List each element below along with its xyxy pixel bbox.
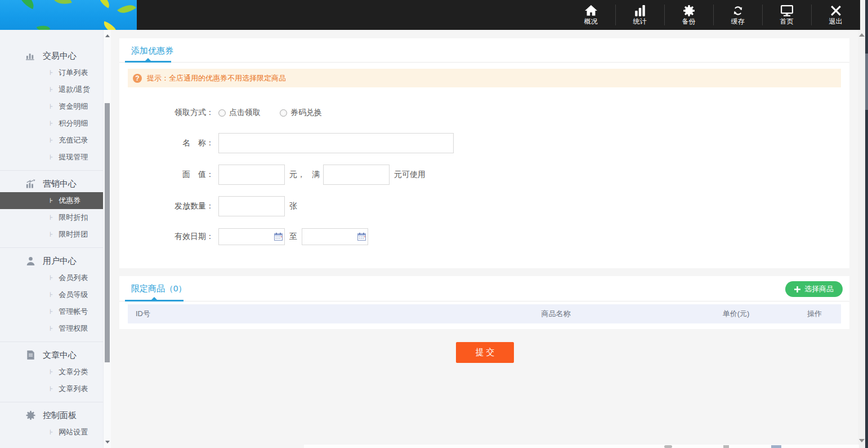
item-label: 订单列表: [59, 68, 88, 78]
topnav-homepage[interactable]: 首页: [762, 0, 811, 30]
tab-row: 限定商品（0） 选择商品: [119, 276, 849, 301]
topnav-overview[interactable]: 概况: [566, 0, 615, 30]
item-label: 会员列表: [59, 273, 88, 283]
sidebar-item-member-list[interactable]: ⊦会员列表: [0, 269, 103, 286]
tree-prefix: ⊦: [50, 428, 53, 436]
window-edge-scrollbar[interactable]: [865, 0, 868, 448]
sidebar-item-member-levels[interactable]: ⊦会员等级: [0, 286, 103, 303]
topnav-label: 首页: [780, 18, 794, 25]
leaf-decoration: [37, 23, 51, 30]
hint-banner: ? 提示：全店通用的优惠券不用选择限定商品: [128, 69, 841, 87]
sidebar-item-coupons[interactable]: ⊦优惠券: [0, 192, 103, 209]
hint-text: 提示：全店通用的优惠券不用选择限定商品: [147, 73, 286, 83]
start-date-picker[interactable]: [218, 228, 285, 245]
item-label: 积分明细: [59, 118, 88, 128]
form-row-name: 名 称：: [119, 133, 454, 153]
sidebar-item-marketing-center[interactable]: 营销中心: [0, 175, 103, 192]
select-products-button[interactable]: 选择商品: [785, 281, 843, 297]
tree-prefix: ⊦: [50, 308, 53, 316]
item-label: 文章列表: [59, 384, 88, 394]
document-icon: [26, 351, 35, 360]
end-date-picker[interactable]: [302, 228, 368, 245]
sidebar-item-article-center[interactable]: 文章中心: [0, 347, 103, 363]
tree-prefix: ⊦: [50, 291, 53, 299]
topnav-cache[interactable]: 缓存: [713, 0, 762, 30]
topnav-stats[interactable]: 统计: [615, 0, 664, 30]
sidebar-item-article-list[interactable]: ⊦文章列表: [0, 380, 103, 397]
monitor-icon: [781, 5, 793, 16]
logo-banner: [0, 0, 137, 30]
sidebar-item-withdrawal[interactable]: ⊦提现管理: [0, 149, 103, 166]
start-date-input[interactable]: [219, 229, 273, 245]
scroll-down-arrow[interactable]: [105, 441, 110, 443]
edge-scrollbar-thumb[interactable]: [865, 54, 868, 110]
tree-prefix: ⊦: [50, 274, 53, 282]
sidebar-item-trade-center[interactable]: 交易中心: [0, 47, 103, 64]
calendar-icon[interactable]: [357, 233, 366, 241]
sidebar-scrollbar-thumb[interactable]: [105, 103, 110, 362]
active-tab-indicator: [125, 300, 184, 301]
topnav-logout[interactable]: 退出: [811, 0, 860, 30]
item-label: 优惠券: [59, 196, 80, 206]
tree-prefix: ⊦: [50, 119, 53, 127]
add-coupon-panel: 添加优惠券 ? 提示：全店通用的优惠券不用选择限定商品 领取方式： 点击领取 券…: [119, 38, 849, 268]
radio-code-redeem[interactable]: [280, 109, 287, 117]
menu-section-control: 控制面板 ⊦网站设置: [0, 402, 103, 445]
sidebar-item-admin-accounts[interactable]: ⊦管理帐号: [0, 303, 103, 320]
tree-prefix: ⊦: [50, 385, 53, 393]
date-label: 有效日期：: [119, 232, 214, 242]
sidebar-item-article-categories[interactable]: ⊦文章分类: [0, 363, 103, 380]
quantity-input[interactable]: [218, 196, 285, 216]
sidebar-item-points-details[interactable]: ⊦积分明细: [0, 115, 103, 132]
item-label: 网站设置: [59, 427, 88, 437]
item-label: 管理权限: [59, 323, 88, 334]
item-label: 管理帐号: [59, 307, 88, 317]
sidebar-item-order-list[interactable]: ⊦订单列表: [0, 64, 103, 81]
section-label: 交易中心: [43, 51, 77, 61]
radio-label: 券码兑换: [290, 108, 322, 118]
tab-add-coupon[interactable]: 添加优惠券: [131, 46, 173, 56]
restricted-products-panel: 限定商品（0） 选择商品 ID号 商品名称 单价(元) 操作: [119, 276, 849, 329]
form-row-value: 面 值： 元， 满 元可使用: [119, 165, 426, 185]
close-icon: [830, 5, 842, 16]
products-table-header: ID号 商品名称 单价(元) 操作: [128, 304, 841, 323]
menu-section-articles: 文章中心 ⊦文章分类 ⊦文章列表: [0, 342, 103, 402]
end-date-input[interactable]: [302, 229, 356, 245]
refresh-icon: [732, 5, 744, 16]
scroll-up-arrow[interactable]: [105, 34, 110, 37]
coupon-name-input[interactable]: [218, 133, 454, 153]
radio-label: 点击领取: [229, 108, 261, 118]
submit-button[interactable]: 提 交: [456, 342, 514, 363]
tree-prefix: ⊦: [50, 214, 53, 221]
scroll-up-arrow[interactable]: [859, 33, 865, 37]
calendar-icon[interactable]: [274, 233, 283, 241]
sidebar-item-recharge-records[interactable]: ⊦充值记录: [0, 132, 103, 149]
sidebar-item-site-settings[interactable]: ⊦网站设置: [0, 424, 103, 441]
date-separator: 至: [289, 232, 297, 242]
sidebar-item-flash-discount[interactable]: ⊦限时折扣: [0, 209, 103, 226]
sidebar-item-fund-details[interactable]: ⊦资金明细: [0, 98, 103, 115]
min-spend-input[interactable]: [323, 165, 390, 185]
sidebar-item-control-panel[interactable]: 控制面板: [0, 407, 103, 424]
tab-restricted-products[interactable]: 限定商品（0）: [131, 283, 186, 294]
scroll-down-arrow[interactable]: [859, 439, 865, 442]
leaf-decoration: [96, 0, 113, 8]
section-label: 用户中心: [43, 256, 77, 267]
topnav-backup[interactable]: 备份: [664, 0, 713, 30]
radio-click-to-claim[interactable]: [218, 109, 226, 117]
select-products-label: 选择商品: [804, 284, 834, 294]
sidebar-item-user-center[interactable]: 用户中心: [0, 252, 103, 269]
item-label: 限时折扣: [59, 212, 88, 223]
section-label: 控制面板: [43, 410, 77, 421]
sidebar-item-refunds[interactable]: ⊦退款/退货: [0, 81, 103, 98]
active-tab-indicator: [125, 61, 171, 63]
leaf-decoration: [53, 0, 71, 7]
page-scrollbar: [858, 0, 865, 448]
quantity-unit: 张: [289, 201, 297, 211]
face-value-input[interactable]: [218, 165, 285, 185]
leaf-decoration: [101, 21, 119, 30]
item-label: 会员等级: [59, 290, 88, 300]
sidebar-item-group-buy[interactable]: ⊦限时拼团: [0, 226, 103, 243]
sidebar-item-admin-permissions[interactable]: ⊦管理权限: [0, 320, 103, 337]
bar-chart-icon: [26, 51, 35, 60]
